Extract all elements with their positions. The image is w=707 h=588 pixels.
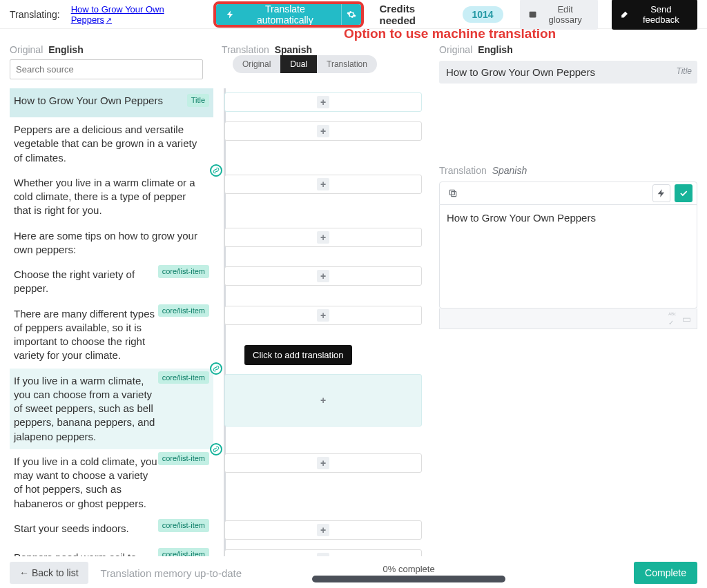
progress-wrap: 0% complete bbox=[312, 564, 505, 582]
target-head-lang: Spanish bbox=[275, 44, 312, 55]
add-translation-box[interactable]: + bbox=[224, 306, 422, 325]
segment-text: There are many different types of pepper… bbox=[14, 307, 159, 363]
add-translation-box[interactable]: + bbox=[224, 121, 422, 141]
segment-source[interactable]: Start your seeds indoors.core/list-item bbox=[10, 516, 213, 545]
check-icon bbox=[679, 188, 688, 198]
preview-orig-lang: English bbox=[478, 44, 513, 55]
complete-button[interactable]: Complete bbox=[634, 562, 697, 584]
segment-row[interactable]: There are many different types of pepper… bbox=[10, 302, 424, 369]
segment-text: Start your seeds indoors. bbox=[14, 522, 129, 536]
copy-source-button[interactable] bbox=[444, 184, 462, 202]
segment-source[interactable]: If you live in a warm climate, you can c… bbox=[10, 369, 213, 449]
plus-icon: + bbox=[317, 394, 329, 406]
segment-row[interactable]: If you live in a warm climate, you can c… bbox=[10, 369, 424, 449]
preview-trans-body[interactable]: How to Grow Your Own Peppers bbox=[439, 205, 697, 308]
add-translation-box[interactable]: + bbox=[224, 92, 422, 112]
view-toggle: Original Dual Translation bbox=[233, 55, 377, 73]
list-item-badge: core/list-item bbox=[158, 371, 209, 384]
list-item-badge: core/list-item bbox=[158, 452, 209, 465]
segment-target: + bbox=[220, 88, 424, 117]
preview-title-box: How to Grow Your Own Peppers Title bbox=[439, 61, 697, 84]
segment-row[interactable]: If you live in a cold climate, you may w… bbox=[10, 449, 424, 516]
segment-text: Choose the right variety of pepper. bbox=[14, 268, 159, 296]
back-to-list-button[interactable]: ← Back to list bbox=[10, 562, 88, 584]
segment-row[interactable]: Here are some tips on how to grow your o… bbox=[10, 224, 424, 263]
plus-icon: + bbox=[317, 309, 329, 322]
plus-icon: + bbox=[317, 231, 329, 244]
svg-rect-2 bbox=[449, 190, 454, 195]
glossary-icon bbox=[528, 10, 537, 19]
segment-source[interactable]: Choose the right variety of pepper.core/… bbox=[10, 262, 213, 302]
add-translation-box[interactable]: + bbox=[224, 266, 422, 286]
credits-badge: 1014 bbox=[463, 6, 503, 23]
expand-icon[interactable]: ▭ bbox=[682, 313, 691, 324]
preview-orig-label: Original bbox=[439, 44, 472, 55]
preview-title-text: How to Grow Your Own Peppers bbox=[446, 66, 595, 78]
segment-source[interactable]: Peppers are a delicious and versatile ve… bbox=[10, 117, 213, 170]
link-icon[interactable] bbox=[210, 443, 222, 455]
edit-glossary-button[interactable]: Edit glossary bbox=[520, 0, 598, 30]
translating-title-link[interactable]: How to Grow Your Own Peppers↗ bbox=[71, 4, 200, 25]
add-translation-box[interactable]: + bbox=[224, 175, 422, 194]
segment-row[interactable]: Start your seeds indoors.core/list-item+ bbox=[10, 516, 424, 545]
plus-icon: + bbox=[317, 178, 329, 190]
preview-trans-toolbar bbox=[439, 182, 697, 205]
link-icon[interactable] bbox=[210, 362, 222, 375]
translate-automatically-button[interactable]: Translate automatically bbox=[216, 4, 340, 25]
plus-icon: + bbox=[317, 457, 329, 469]
confirm-translation-button[interactable] bbox=[675, 184, 693, 202]
toggle-original[interactable]: Original bbox=[233, 55, 280, 73]
lightning-icon bbox=[657, 188, 666, 198]
lightning-icon bbox=[226, 10, 235, 19]
machine-translate-highlight: Translate automatically bbox=[213, 1, 364, 28]
segment-row[interactable]: How to Grow Your Own PeppersTitle+ bbox=[10, 88, 424, 117]
link-icon[interactable] bbox=[210, 164, 222, 177]
segment-text: How to Grow Your Own Peppers bbox=[14, 95, 163, 106]
list-item-badge: core/list-item bbox=[158, 304, 209, 317]
segment-row[interactable]: Whether you live in a warm climate or a … bbox=[10, 170, 424, 224]
plus-icon: + bbox=[317, 125, 329, 137]
segment-text: Here are some tips on how to grow your o… bbox=[14, 230, 197, 255]
plus-icon: + bbox=[317, 96, 329, 108]
mt-suggest-button[interactable] bbox=[652, 184, 670, 202]
preview-trans-footer: ᴬᴮᶜ✓ ▭ bbox=[439, 308, 697, 329]
search-input[interactable] bbox=[10, 59, 203, 79]
copy-icon bbox=[448, 188, 458, 198]
add-translation-box[interactable]: + bbox=[224, 374, 422, 427]
footer-bar: ← Back to list Translation memory up-to-… bbox=[0, 558, 707, 588]
list-item-badge: core/list-item bbox=[158, 519, 209, 532]
segment-source[interactable]: How to Grow Your Own PeppersTitle bbox=[10, 88, 213, 117]
segment-source[interactable]: If you live in a cold climate, you may w… bbox=[10, 449, 213, 516]
segment-source[interactable]: There are many different types of pepper… bbox=[10, 302, 213, 369]
add-translation-box[interactable]: + bbox=[224, 228, 422, 247]
add-translation-box[interactable]: + bbox=[224, 453, 422, 473]
add-translation-box[interactable]: + bbox=[224, 520, 422, 540]
segment-row[interactable]: Peppers are a delicious and versatile ve… bbox=[10, 117, 424, 170]
segment-target: + bbox=[220, 369, 424, 449]
pencil-icon bbox=[620, 10, 629, 19]
toggle-translation[interactable]: Translation bbox=[317, 55, 377, 73]
segment-text: If you live in a warm climate, you can c… bbox=[14, 374, 159, 444]
segment-target: + bbox=[220, 545, 424, 556]
segment-text: Peppers need warm soil to germinate, so … bbox=[14, 551, 159, 556]
translate-settings-button[interactable] bbox=[341, 4, 362, 25]
segments-list: How to Grow Your Own PeppersTitle+Pepper… bbox=[10, 88, 424, 556]
abc-icon[interactable]: ᴬᴮᶜ✓ bbox=[668, 311, 677, 326]
toggle-dual[interactable]: Dual bbox=[280, 55, 317, 73]
segment-source[interactable]: Peppers need warm soil to germinate, so … bbox=[10, 545, 213, 556]
list-item-badge: core/list-item bbox=[158, 548, 209, 556]
progress-label: 0% complete bbox=[312, 564, 505, 574]
segment-source[interactable]: Here are some tips on how to grow your o… bbox=[10, 224, 213, 263]
preview-trans-lang: Spanish bbox=[492, 165, 527, 176]
source-head-lang: English bbox=[48, 44, 84, 55]
send-feedback-button[interactable]: Send feedback bbox=[612, 0, 697, 30]
preview-trans-head: Translation Spanish bbox=[439, 165, 697, 176]
segment-target: + bbox=[220, 224, 424, 263]
segment-text: If you live in a cold climate, you may w… bbox=[14, 455, 159, 511]
segment-row[interactable]: Peppers need warm soil to germinate, so … bbox=[10, 545, 424, 556]
segment-source[interactable]: Whether you live in a warm climate or a … bbox=[10, 170, 213, 224]
segment-row[interactable]: Choose the right variety of pepper.core/… bbox=[10, 262, 424, 302]
segment-target: + bbox=[220, 449, 424, 516]
source-head-label: Original bbox=[10, 44, 43, 55]
add-translation-box[interactable]: + bbox=[224, 549, 422, 556]
